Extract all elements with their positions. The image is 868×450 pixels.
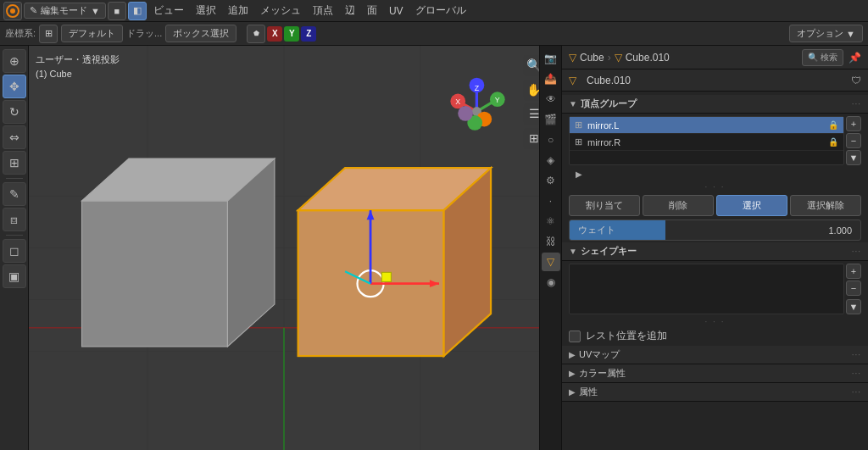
annotate-tool[interactable]: ✎ — [3, 182, 26, 206]
sk-collapse-arrow: ▼ — [569, 247, 577, 256]
measure-tool[interactable]: ⧈ — [3, 208, 26, 231]
properties-panel: 📷 📤 👁 🎬 ○ ◈ ⚙ · ⚛ ⛓ ▽ ◉ ▽ Cube › ▽ Cube. — [539, 46, 868, 450]
render-props-icon[interactable]: 📷 — [542, 49, 560, 68]
menu-add[interactable]: 追加 — [223, 2, 253, 19]
coord-default[interactable]: デフォルト — [61, 25, 123, 42]
sk-add-btn[interactable]: + — [846, 264, 861, 279]
second-toolbar: 座標系: ⊞ デフォルト ドラッ... ボックス選択 ⬟ X Y Z オプション… — [0, 22, 868, 46]
mesh-name-label[interactable]: Cube.010 — [587, 75, 846, 86]
sk-down-btn[interactable]: ▼ — [846, 299, 861, 314]
viewport-shading-2[interactable]: ◧ — [128, 2, 147, 20]
vg-collapse-arrow: ▼ — [569, 99, 577, 108]
mode-selector[interactable]: ✎ 編集モード ▼ — [24, 3, 106, 19]
pin-icon[interactable]: 📌 — [849, 52, 861, 64]
remove-btn[interactable]: 削除 — [643, 195, 714, 216]
scale-tool[interactable]: ⇔ — [3, 125, 26, 149]
shape-keys-header[interactable]: ▼ シェイプキー ··· — [562, 242, 868, 261]
attributes-title: 属性 — [579, 386, 598, 398]
constraints-props-icon[interactable]: ⛓ — [542, 232, 560, 251]
vg-item-mirror-l[interactable]: ⊞ mirror.L 🔒 — [570, 117, 843, 134]
move-tool[interactable]: ✥ — [3, 75, 26, 98]
z-btn[interactable]: Z — [301, 26, 316, 42]
viewport-shading-1[interactable]: ■ — [108, 2, 126, 20]
svg-text:✋: ✋ — [526, 82, 539, 97]
vg-add-btn[interactable]: + — [846, 116, 861, 131]
weight-row: ウェイト 1.000 — [569, 219, 861, 241]
menu-select[interactable]: 選択 — [191, 2, 221, 19]
coord-icon[interactable]: ⊞ — [39, 25, 58, 43]
object-label: (1) Cube — [36, 67, 120, 81]
add-cube-tool[interactable]: ◻ — [3, 239, 26, 263]
vertex-group-header[interactable]: ▼ 頂点グループ ··· — [562, 95, 868, 114]
select-mode[interactable]: ボックス選択 — [165, 25, 236, 42]
vg-lock-1: 🔒 — [828, 120, 838, 130]
svg-text:☰: ☰ — [529, 107, 539, 120]
material-props-icon[interactable]: ◉ — [542, 273, 560, 292]
svg-rect-23 — [381, 272, 391, 281]
select-btn[interactable]: 選択 — [716, 195, 787, 216]
uv-map-section[interactable]: ▶ UVマップ ··· — [562, 346, 868, 364]
menu-global[interactable]: グローバル — [410, 2, 471, 19]
sk-side-buttons: + − ▼ — [846, 264, 861, 314]
svg-text:Z: Z — [475, 84, 480, 92]
uv-dots: ··· — [852, 350, 861, 359]
options-btn[interactable]: オプション ▼ — [789, 25, 863, 42]
menu-edge[interactable]: 辺 — [340, 2, 360, 19]
add-cube-tool2[interactable]: ▣ — [3, 264, 26, 288]
rest-position-checkbox[interactable] — [569, 331, 581, 342]
view-props-icon[interactable]: 👁 — [542, 90, 560, 108]
menu-view[interactable]: ビュー — [148, 2, 189, 19]
uv-map-title: UVマップ — [579, 348, 620, 361]
color-attr-section[interactable]: ▶ カラー属性 ··· — [562, 364, 868, 383]
vg-name-2: mirror.R — [587, 137, 823, 147]
vertex-icon[interactable]: ⬟ — [247, 25, 265, 43]
viewport[interactable]: ユーザー・透視投影 (1) Cube — [29, 46, 539, 450]
vg-expand-row: ▶ — [569, 168, 861, 181]
color-attr-title: カラー属性 — [579, 367, 626, 380]
weight-value: 1.000 — [810, 222, 860, 239]
sk-controls: + − ▼ — [569, 264, 861, 314]
deselect-btn[interactable]: 選択解除 — [790, 195, 861, 216]
vg-side-buttons: + − ▼ — [846, 116, 861, 165]
vg-expand-arrow[interactable]: ▶ — [576, 169, 582, 179]
assign-btn[interactable]: 割り当て — [569, 195, 640, 216]
x-btn[interactable]: X — [267, 26, 282, 42]
ca-dots: ··· — [852, 369, 861, 378]
y-btn[interactable]: Y — [284, 26, 299, 42]
shape-keys-section: ▼ シェイプキー ··· + − ▼ · · · — [562, 242, 868, 343]
particles-props-icon[interactable]: · — [542, 192, 560, 210]
rotate-tool[interactable]: ↻ — [3, 100, 26, 124]
world-props-icon[interactable]: ○ — [542, 131, 560, 149]
xyz-group: ⬟ X Y Z — [247, 25, 316, 43]
object-data-props-icon[interactable]: ▽ — [542, 253, 560, 271]
breadcrumb-object: Cube — [580, 52, 604, 64]
search-bar[interactable]: 🔍 検索 — [802, 49, 843, 66]
attr-dots: ··· — [852, 387, 861, 397]
sk-remove-btn[interactable]: − — [846, 281, 861, 296]
menu-vertex[interactable]: 頂点 — [308, 2, 338, 19]
shield-icon: 🛡 — [851, 75, 861, 86]
menu-mesh[interactable]: メッシュ — [255, 2, 306, 19]
sk-section-dots: ··· — [852, 247, 861, 256]
svg-rect-12 — [82, 201, 228, 347]
blender-menu-icon[interactable] — [3, 2, 22, 20]
vg-remove-btn[interactable]: − — [846, 133, 861, 148]
mesh-label-icon: ▽ — [569, 75, 576, 86]
modifier-props-icon[interactable]: ⚙ — [542, 171, 560, 190]
menu-face[interactable]: 面 — [362, 2, 382, 19]
vg-item-mirror-r[interactable]: ⊞ mirror.R 🔒 — [570, 134, 843, 151]
mesh-icon: ▽ — [569, 52, 576, 64]
properties-content: ▽ Cube › ▽ Cube.010 🔍 検索 📌 ▽ Cube.010 🛡 — [562, 46, 868, 450]
uv-collapse-arrow: ▶ — [569, 350, 576, 359]
physics-props-icon[interactable]: ⚛ — [542, 212, 560, 231]
output-props-icon[interactable]: 📤 — [542, 69, 560, 88]
menu-uv[interactable]: UV — [384, 3, 409, 19]
cursor-tool[interactable]: ⊕ — [3, 49, 26, 73]
object-props-icon[interactable]: ◈ — [542, 151, 560, 169]
transform-tool[interactable]: ⊞ — [3, 151, 26, 175]
attributes-section[interactable]: ▶ 属性 ··· — [562, 383, 868, 402]
vg-lock-2: 🔒 — [828, 137, 838, 147]
vg-down-btn[interactable]: ▼ — [846, 150, 861, 165]
scene-props-icon[interactable]: 🎬 — [542, 110, 560, 129]
main-content: ⊕ ✥ ↻ ⇔ ⊞ ✎ ⧈ ◻ ▣ ユーザー・透視投影 (1) Cube — [0, 46, 868, 450]
